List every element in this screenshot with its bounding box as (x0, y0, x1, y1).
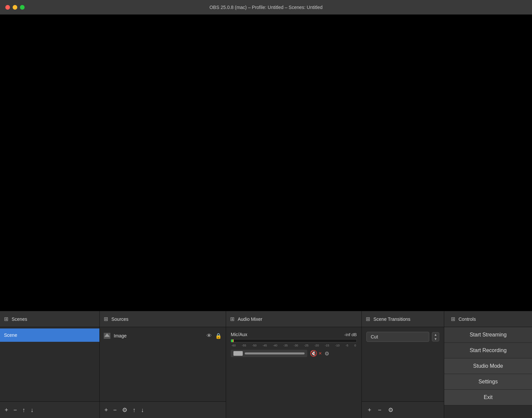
source-lock-icon[interactable]: 🔒 (215, 333, 222, 339)
settings-button[interactable]: Settings (444, 374, 532, 390)
maximize-button[interactable] (20, 5, 25, 10)
transition-select-row: Cut Fade Swipe Slide Stinger Fade to Col… (362, 328, 444, 345)
scene-item[interactable]: Scene (0, 328, 99, 342)
controls-panel-header: ⊞ Controls (444, 311, 532, 327)
add-source-button[interactable]: + (103, 406, 109, 414)
remove-transition-button[interactable]: − (377, 406, 383, 414)
window-controls (5, 5, 25, 10)
volume-indicator (233, 351, 243, 356)
transitions-panel-icon: ⊞ (366, 316, 370, 322)
sources-panel-header: ⊞ Sources (100, 311, 226, 327)
audio-track-db: -inf dB (344, 332, 357, 337)
volume-fill (245, 352, 305, 354)
preview-canvas (0, 15, 532, 311)
audio-mixer-header: ⊞ Audio Mixer (226, 311, 361, 327)
audio-track-header: Mic/Aux -inf dB (231, 332, 357, 337)
volume-slider-container[interactable] (231, 350, 307, 357)
mute-x-icon: ✕ (319, 351, 322, 356)
transition-spinner[interactable]: ▲ ▼ (432, 332, 439, 341)
transitions-footer: + − ⚙ (362, 401, 444, 418)
source-down-button[interactable]: ↓ (140, 406, 145, 414)
sources-list: Image 👁 🔒 (100, 327, 226, 401)
transitions-panel-header: ⊞ Scene Transitions (362, 311, 444, 327)
audio-mixer-title: Audio Mixer (238, 316, 262, 322)
start-streaming-button[interactable]: Start Streaming (444, 327, 532, 343)
scenes-footer: + − ↑ ↓ (0, 401, 99, 418)
audio-settings-icon[interactable]: ⚙ (325, 350, 329, 357)
controls-panel-icon: ⊞ (451, 316, 455, 322)
add-scene-button[interactable]: + (3, 406, 10, 414)
titlebar: OBS 25.0.8 (mac) – Profile: Untitled – S… (0, 0, 532, 15)
transition-dropdown[interactable]: Cut Fade Swipe Slide Stinger Fade to Col… (366, 332, 429, 342)
sources-panel-icon: ⊞ (104, 316, 108, 322)
audio-controls: 🔇 ✕ ⚙ (231, 350, 357, 357)
controls-panel: ⊞ Controls Start Streaming Start Recordi… (444, 311, 532, 418)
exit-button[interactable]: Exit (444, 390, 532, 405)
source-settings-button[interactable]: ⚙ (121, 406, 129, 414)
level-ticks: -60 -55 -50 -45 -40 -35 -30 -25 -20 -15 … (231, 344, 357, 347)
mute-button[interactable]: 🔇 (310, 350, 317, 357)
source-visibility-icon[interactable]: 👁 (206, 333, 212, 339)
spinner-up-icon[interactable]: ▲ (432, 332, 439, 337)
scene-down-button[interactable]: ↓ (29, 406, 35, 414)
source-up-button[interactable]: ↑ (131, 406, 137, 414)
add-transition-button[interactable]: + (366, 406, 373, 414)
window-title: OBS 25.0.8 (mac) – Profile: Untitled – S… (209, 5, 323, 10)
remove-source-button[interactable]: − (112, 406, 118, 414)
transition-settings-button[interactable]: ⚙ (387, 406, 395, 414)
scenes-panel-title: Scenes (12, 316, 27, 322)
volume-track[interactable] (245, 352, 305, 354)
source-name: Image (114, 333, 203, 338)
transitions-panel-title: Scene Transitions (373, 316, 410, 322)
audio-mixer-icon: ⊞ (230, 316, 234, 322)
level-meter (231, 339, 357, 342)
scene-up-button[interactable]: ↑ (21, 406, 27, 414)
audio-mixer-panel: ⊞ Audio Mixer Mic/Aux -inf dB -60 -55 -5… (226, 311, 362, 418)
level-fill (231, 339, 234, 342)
audio-track: Mic/Aux -inf dB -60 -55 -50 -45 -40 -35 … (226, 328, 361, 360)
scenes-panel-icon: ⊞ (4, 316, 8, 322)
sources-panel: ⊞ Sources Image 👁 🔒 + − ⚙ ↑ ↓ (100, 311, 226, 418)
transitions-content: Cut Fade Swipe Slide Stinger Fade to Col… (362, 327, 444, 401)
audio-tracks-list: Mic/Aux -inf dB -60 -55 -50 -45 -40 -35 … (226, 327, 361, 418)
remove-scene-button[interactable]: − (12, 406, 19, 414)
controls-panel-title: Controls (459, 316, 476, 322)
start-recording-button[interactable]: Start Recording (444, 343, 532, 358)
scene-transitions-panel: ⊞ Scene Transitions Cut Fade Swipe Slide… (362, 311, 444, 418)
scenes-panel: ⊞ Scenes Scene + − ↑ ↓ (0, 311, 100, 418)
spinner-down-icon[interactable]: ▼ (432, 337, 439, 341)
studio-mode-button[interactable]: Studio Mode (444, 358, 532, 374)
scenes-list: Scene (0, 327, 99, 401)
bottom-panels: ⊞ Scenes Scene + − ↑ ↓ ⊞ Sources Image 👁… (0, 311, 532, 418)
source-item[interactable]: Image 👁 🔒 (100, 328, 226, 343)
scenes-panel-header: ⊞ Scenes (0, 311, 99, 327)
sources-footer: + − ⚙ ↑ ↓ (100, 401, 226, 418)
minimize-button[interactable] (13, 5, 17, 10)
source-type-icon (104, 333, 110, 339)
sources-panel-title: Sources (111, 316, 128, 322)
audio-track-name: Mic/Aux (231, 332, 247, 337)
close-button[interactable] (5, 5, 10, 10)
